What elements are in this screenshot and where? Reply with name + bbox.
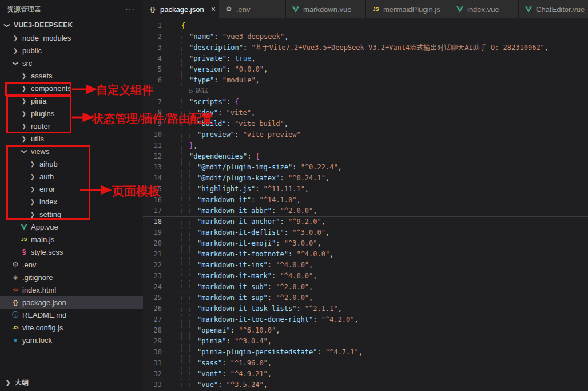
tree-item-main-js[interactable]: JSmain.js	[0, 233, 143, 246]
code-line-33[interactable]: 33"vue": "^3.5.24",	[143, 380, 588, 390]
code-line-8[interactable]: 8"dev": "vite",	[143, 108, 588, 119]
tree-item-router[interactable]: ❯router	[0, 120, 143, 132]
tree-item-utils[interactable]: ❯utils	[0, 132, 143, 145]
code-line-1[interactable]: 1{	[143, 21, 588, 31]
code-line-10[interactable]: 10"preview": "vite preview"	[143, 129, 588, 140]
token-p: ,	[359, 347, 363, 358]
code-line-25[interactable]: 25"markdown-it-sup": "^2.0.0",	[143, 293, 588, 303]
token-s: "基于Vite7.2+Vue3.5+DeepSeek-V3.2+Vant4流式输…	[251, 42, 544, 53]
tree-item-error[interactable]: ❯error	[0, 183, 143, 195]
code-line-22[interactable]: 22"markdown-it-ins": "^4.0.0",	[143, 260, 588, 271]
code-line-19[interactable]: 19"markdown-it-deflist": "^3.0.0",	[143, 227, 588, 238]
code-line-24[interactable]: 24"markdown-it-sub": "^2.0.0",	[143, 282, 588, 293]
tree-item-vue3-deepseek[interactable]: ❯VUE3-DEEPSEEK	[0, 19, 143, 31]
tree-item--gitignore[interactable]: ◈.gitignore	[0, 271, 143, 283]
tree-item-package-json[interactable]: {}package.json	[0, 296, 143, 309]
code-line-11[interactable]: 11},	[143, 140, 588, 151]
tree-item-views[interactable]: ❯views	[0, 145, 143, 157]
token-k: "vant"	[197, 369, 222, 380]
tab-index-vue[interactable]: index.vue	[450, 0, 519, 18]
line-number: 5	[143, 64, 167, 75]
code-line-9[interactable]: 9"build": "vite build",	[143, 119, 588, 129]
tree-item-label: public	[22, 46, 42, 55]
token-s: "^2.0.0"	[276, 282, 309, 293]
code-line-29[interactable]: 29"pinia": "^3.0.4",	[143, 336, 588, 347]
tree-item-app-vue[interactable]: App.vue	[0, 220, 143, 233]
code-text: "preview": "vite preview"	[167, 129, 301, 140]
code-line-3[interactable]: 3"description": "基于Vite7.2+Vue3.5+DeepSe…	[143, 42, 588, 53]
code-line-12[interactable]: 12"dependencies": {	[143, 151, 588, 162]
token-p: :	[280, 216, 288, 227]
code-text: {	[167, 21, 185, 31]
tree-item-setting[interactable]: ❯setting	[0, 208, 143, 220]
tree-item-auth[interactable]: ❯auth	[0, 170, 143, 183]
code-line-4[interactable]: 4"private": true,	[143, 53, 588, 64]
tree-item-node-modules[interactable]: ❯node_modules	[0, 31, 143, 44]
vue-icon	[19, 224, 29, 230]
tab-package-json[interactable]: {}package.json×	[143, 0, 219, 18]
indent-guide	[181, 173, 189, 184]
tree-item-index-html[interactable]: <>index.html	[0, 283, 143, 296]
code-line-20[interactable]: 20"markdown-it-emoji": "^3.0.0",	[143, 238, 588, 249]
tree-item-yarn-lock[interactable]: ●yarn.lock	[0, 334, 143, 346]
tab-label: ChatEditor.vue	[536, 5, 585, 14]
code-line-15[interactable]: 15"highlight.js": "^11.11.1",	[143, 184, 588, 195]
tab-markdown-vue[interactable]: markdown.vue	[286, 0, 366, 18]
tree-item-plugins[interactable]: ❯plugins	[0, 107, 143, 120]
more-actions-icon[interactable]: ···	[125, 5, 135, 14]
tree-item-index[interactable]: ❯index	[0, 195, 143, 208]
tree-item-label: router	[31, 122, 50, 131]
code-line-30[interactable]: 30"pinia-plugin-persistedstate": "^4.7.1…	[143, 347, 588, 358]
code-line-23[interactable]: 23"markdown-it-mark": "^4.0.0",	[143, 271, 588, 282]
tree-item-assets[interactable]: ❯assets	[0, 69, 143, 82]
code-text: "version": "0.0.0",	[167, 64, 268, 75]
code-line-6[interactable]: 6"type": "module",	[143, 75, 588, 86]
code-line-32[interactable]: 32"vant": "^4.9.21",	[143, 369, 588, 380]
tree-item-label: index	[39, 198, 57, 206]
code-line-21[interactable]: 21"markdown-it-footnote": "^4.0.0",	[143, 249, 588, 260]
line-number: 8	[143, 108, 167, 119]
tree-item-public[interactable]: ❯public	[0, 44, 143, 57]
tree-item--env[interactable]: ⚙.env	[0, 258, 143, 271]
tree-item-vite-config-js[interactable]: JSvite.config.js	[0, 321, 143, 334]
tab--env[interactable]: ⚙.env	[219, 0, 286, 18]
tree-item-aihub[interactable]: ❯aihub	[0, 157, 143, 170]
tree-item-src[interactable]: ❯src	[0, 57, 143, 69]
code-line-5[interactable]: 5"version": "0.0.0",	[143, 64, 588, 75]
indent-guide	[181, 358, 189, 369]
tab-mermaidplugin-js[interactable]: JSmermaidPlugin.js	[366, 0, 450, 18]
close-icon[interactable]: ×	[211, 5, 216, 14]
tree-item-components[interactable]: ❯components	[0, 82, 143, 94]
code-line-17[interactable]: 17"markdown-it-abbr": "^2.0.0",	[143, 206, 588, 216]
code-editor[interactable]: 1{2"name": "vue3-deepseek",3"description…	[143, 18, 588, 391]
gear-icon: ⚙	[225, 5, 233, 13]
chevron-right-icon: ❯	[11, 35, 20, 41]
tree-item-style-scss[interactable]: §style.scss	[0, 246, 143, 258]
token-p: ,	[338, 303, 342, 314]
code-line-13[interactable]: 13"@mdit/plugin-img-size": "^0.22.4",	[143, 162, 588, 173]
token-k: "build"	[197, 119, 227, 129]
indent-guide	[189, 271, 197, 282]
code-line-26[interactable]: 26"markdown-it-task-lists": "^2.1.1",	[143, 303, 588, 314]
codelens-debug-link[interactable]: ▷调试	[167, 86, 208, 97]
indent-guide	[189, 314, 197, 325]
code-text: "markdown-it-sub": "^2.0.0",	[167, 282, 313, 293]
tree-item-pinia[interactable]: ❯pinia	[0, 94, 143, 107]
tab-chateditor-vue[interactable]: ChatEditor.vue	[519, 0, 588, 18]
indent-guide	[189, 108, 197, 119]
code-line-18[interactable]: 18"markdown-it-anchor": "^9.2.0",	[143, 216, 588, 227]
code-line-27[interactable]: 27"markdown-it-toc-done-right": "^4.2.0"…	[143, 314, 588, 325]
code-line-14[interactable]: 14"@mdit/plugin-katex": "^0.24.1",	[143, 173, 588, 184]
tree-item-readme-md[interactable]: ⓘREADME.md	[0, 309, 143, 321]
code-line-28[interactable]: 28"openai": "^6.10.0",	[143, 325, 588, 336]
line-number: 1	[143, 21, 167, 31]
token-k: "markdown-it-footnote"	[197, 249, 288, 260]
code-line-16[interactable]: 16"markdown-it": "^14.1.0",	[143, 195, 588, 206]
code-line-7[interactable]: 7"scripts": {	[143, 97, 588, 108]
token-k: "description"	[189, 42, 243, 53]
code-line-31[interactable]: 31"sass": "^1.96.0",	[143, 358, 588, 369]
indent-guide	[181, 282, 189, 293]
outline-section-header[interactable]: ❯ 大纲	[0, 376, 143, 389]
line-number: 22	[143, 260, 167, 271]
code-line-2[interactable]: 2"name": "vue3-deepseek",	[143, 31, 588, 42]
